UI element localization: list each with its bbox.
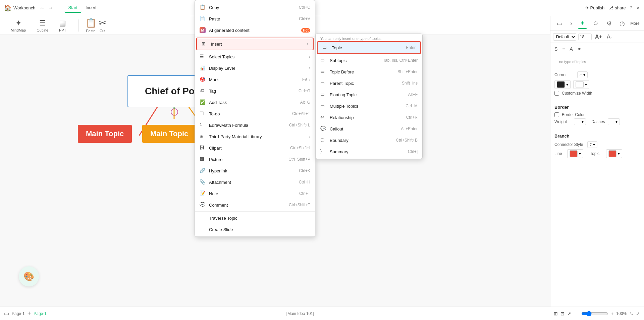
main-topic-left[interactable]: Main Topic	[78, 125, 132, 143]
clock-panel-button[interactable]: ◷	[618, 18, 627, 29]
fullscreen-button[interactable]: ⤢	[567, 311, 571, 316]
shape-panel-button[interactable]: ▭	[555, 18, 565, 29]
undo-button[interactable]: ←	[38, 4, 46, 12]
more-panel-label[interactable]: More	[630, 21, 639, 26]
weight-dropdown[interactable]: — ▾	[574, 118, 586, 125]
cm-create-slide[interactable]: Create Slide	[195, 224, 315, 235]
align-center-button[interactable]: ≡	[561, 46, 566, 52]
fill-color-arrow: ▾	[566, 82, 568, 87]
customize-width-row: Customize Width	[554, 91, 640, 96]
corner-dropdown[interactable]: ⌐ ▾	[577, 71, 588, 78]
cm-mark[interactable]: 🎯 Mark F9 ›	[195, 74, 315, 85]
top-bar-right: ✈ Publish ⎇ share ? ✕	[585, 5, 640, 10]
cm-insert[interactable]: ⊞ Insert ›	[196, 38, 314, 50]
line-label: Line	[554, 151, 565, 156]
outline-view-button[interactable]: ☰ Outline	[31, 17, 54, 34]
cm-display-level[interactable]: 📊 Display Level ›	[195, 62, 315, 74]
cm-hyperlink[interactable]: 🔗 Hyperlink Ctrl+K	[195, 165, 315, 176]
sm-relationship[interactable]: ↩ Relationship Ctrl+R	[316, 112, 422, 123]
menu-insert[interactable]: Insert	[82, 3, 101, 13]
share-button[interactable]: ⎇ share	[608, 5, 626, 10]
cm-note[interactable]: 📝 Note Ctrl+T	[195, 188, 315, 199]
cm-tag[interactable]: 🏷 Tag Ctrl+G	[195, 85, 315, 97]
zoom-slider[interactable]	[581, 311, 608, 316]
relationship-icon: ↩	[320, 114, 326, 120]
publish-button[interactable]: ✈ Publish	[585, 5, 605, 10]
paste-icon: 📋	[86, 18, 96, 28]
customize-width-checkbox[interactable]	[554, 91, 559, 96]
redo-button[interactable]: →	[47, 4, 55, 12]
cut-button[interactable]: ✂ Cut	[99, 18, 106, 33]
emoji-panel-button[interactable]: ☺	[591, 18, 601, 28]
menu-start[interactable]: Start	[64, 3, 82, 13]
settings-panel-button[interactable]: ⚙	[604, 18, 614, 29]
add-page-button[interactable]: +	[28, 310, 31, 317]
zoom-minus-button[interactable]: —	[574, 311, 579, 316]
cm-add-task[interactable]: ✅ Add Task Alt+G	[195, 97, 315, 108]
zoom-percent-label[interactable]: 100%	[616, 311, 627, 316]
toggle-pages-button[interactable]: ▭	[4, 310, 9, 317]
paste-button[interactable]: 📋 Paste	[86, 18, 96, 33]
style-panel-button[interactable]: ✦	[578, 18, 587, 29]
ppt-view-button[interactable]: ▦ PPT	[54, 17, 71, 34]
sm-parent-topic[interactable]: ▭ Parent Topic Shift+Ins	[316, 77, 422, 89]
decrease-font-button[interactable]: A-	[605, 33, 613, 41]
cm-attachment[interactable]: 📎 Attachment Ctrl+H	[195, 176, 315, 188]
cm-select-topics[interactable]: ☰ Select Topics ›	[195, 51, 315, 62]
window-close-button[interactable]: ✕	[636, 5, 640, 10]
increase-font-button[interactable]: A+	[594, 33, 603, 41]
cm-mark-shortcut: F9	[302, 77, 307, 82]
sm-multiple-topics[interactable]: ▭ Multiple Topics Ctrl+M	[316, 100, 422, 112]
border-color-checkbox[interactable]	[554, 112, 559, 117]
page-1-inactive-label[interactable]: Page-1	[12, 311, 25, 316]
sm-boundary[interactable]: ⬡ Boundary Ctrl+Shift+B	[316, 135, 422, 146]
mindmap-view-button[interactable]: ✦ MindMap	[5, 17, 31, 34]
cm-clipart[interactable]: 🖼 Clipart Ctrl+Shift+I	[195, 142, 315, 154]
cm-edrawmath[interactable]: Σ EdrawMath Formula Ctrl+Shift+L	[195, 119, 315, 131]
font-family-select[interactable]: Default	[553, 33, 576, 41]
cm-paste[interactable]: 📄 Paste Ctrl+V	[195, 13, 315, 24]
cm-comment-label: Comment	[209, 203, 289, 208]
sm-subtopic[interactable]: ▭ Subtopic Tab, Ins, Ctrl+Enter	[316, 55, 422, 66]
cm-todo[interactable]: ☐ To-do Ctrl+Alt+T	[195, 108, 315, 119]
font-size-input[interactable]	[578, 34, 592, 40]
view-toggle-button[interactable]: ⊞	[554, 311, 558, 316]
expand-button[interactable]: ⤡	[629, 311, 633, 316]
font-color-button[interactable]: A	[569, 46, 574, 52]
ai-icon: M	[200, 27, 206, 33]
cm-traverse-topic[interactable]: Traverse Topic	[195, 212, 315, 224]
cm-third-party[interactable]: ⊞ Third-Party Material Library ›	[195, 131, 315, 142]
cm-ai[interactable]: M AI generated content Hot	[195, 24, 315, 36]
help-button[interactable]: ?	[630, 5, 632, 10]
insert-submenu[interactable]: You can only insert one type of topics ▭…	[315, 34, 423, 159]
comment-icon: 💬	[200, 202, 206, 208]
zoom-plus-button[interactable]: +	[611, 311, 613, 316]
sm-floating-topic[interactable]: ▭ Floating Topic Alt+F	[316, 89, 422, 100]
fill-color-dropdown[interactable]: ▾	[554, 80, 571, 89]
page-1-active-label[interactable]: Page-1	[34, 311, 47, 316]
main-topic-center[interactable]: Main Topic	[142, 125, 196, 143]
sm-callout[interactable]: 💬 Callout Alt+Enter	[316, 123, 422, 135]
sm-topic[interactable]: ▭ Topic Enter	[317, 41, 421, 54]
highlight-button[interactable]: ✒	[576, 46, 583, 52]
cm-ai-label: AI generated content	[209, 28, 299, 33]
fit-view-button[interactable]: ⊡	[560, 311, 565, 316]
line-color-dropdown[interactable]: ▾	[567, 149, 583, 158]
bottom-bar: ▭ Page-1 + Page-1 [Main Idea 101] ⊞ ⊡ ⤢ …	[0, 307, 644, 320]
context-menu[interactable]: 📋 Copy Ctrl+C 📄 Paste Ctrl+V M AI genera…	[195, 0, 315, 237]
navigate-right-button[interactable]: ›	[568, 18, 574, 28]
cm-comment[interactable]: 💬 Comment Ctrl+Shift+T	[195, 199, 315, 211]
topic-color-dropdown[interactable]: ▾	[606, 149, 622, 158]
sm-topic-before[interactable]: ▭ Topic Before Shift+Enter	[316, 66, 422, 77]
contract-button[interactable]: ⤢	[636, 311, 640, 316]
paste-cut-group: 📋 Paste ✂ Cut	[86, 18, 106, 33]
sm-summary[interactable]: } Summary Ctrl+]	[316, 146, 422, 157]
mark-icon: 🎯	[200, 76, 206, 83]
dashes-dropdown[interactable]: — ▾	[608, 118, 620, 125]
text-color-dropdown[interactable]: ▾	[573, 80, 589, 89]
cm-copy[interactable]: 📋 Copy Ctrl+C	[195, 2, 315, 13]
strikethrough-button[interactable]: S	[553, 46, 559, 52]
text-color-arrow: ▾	[585, 82, 587, 87]
cm-picture[interactable]: 🖼 Picture Ctrl+Shift+P	[195, 154, 315, 165]
connector-style-dropdown[interactable]: ⤴ ▾	[587, 141, 597, 148]
